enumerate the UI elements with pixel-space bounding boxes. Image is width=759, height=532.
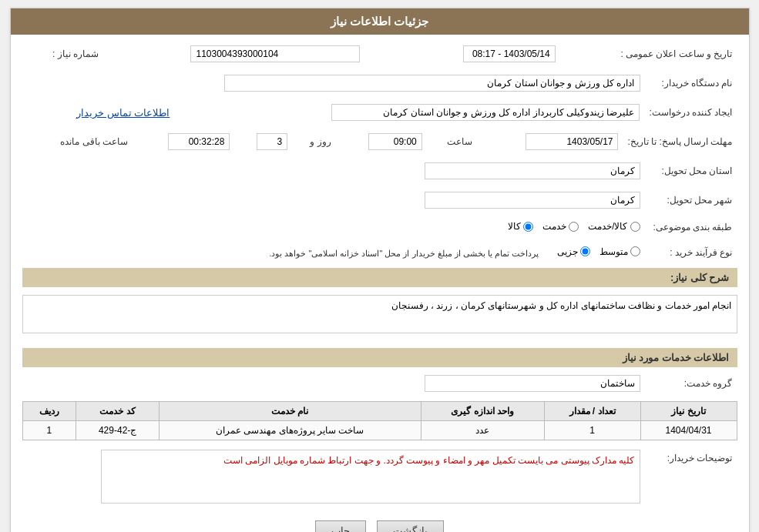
row4-table: مهلت ارسال پاسخ: تا تاریخ: 1403/05/17 سا… [22, 130, 737, 153]
main-container: جزئیات اطلاعات نیاز تاریخ و ساعت اعلان ع… [10, 8, 750, 532]
row2-table: نام دستگاه خریدار: اداره کل ورزش و جوانا… [22, 72, 737, 95]
ostan-label: استان محل تحویل: [645, 159, 737, 182]
group-khadamat-value: ساختمان [425, 375, 640, 392]
page-title: جزئیات اطلاعات نیاز [331, 15, 428, 28]
tawsif-note: کلیه مدارک پیوستی می بایست تکمیل مهر و ا… [101, 450, 640, 504]
cell-radif: 1 [22, 421, 76, 440]
noye-farayand-label: نوع فرآیند خرید : [645, 243, 737, 263]
row3-table: ایجاد کننده درخواست: علیرضا زیندوکیلی کا… [22, 101, 737, 124]
row6-table: شهر محل تحویل: کرمان [22, 189, 737, 212]
radio-kala[interactable]: کالا [508, 221, 533, 232]
services-section-label: اطلاعات خدمات مورد نیاز [22, 348, 737, 367]
page-content: تاریخ و ساعت اعلان عمومی : 1403/05/14 - … [11, 35, 749, 532]
row5-table: استان محل تحویل: کرمان [22, 159, 737, 182]
th-kod: کد خدمت [76, 402, 160, 421]
row7-table: طبقه بندی موضوعی: کالا/خدمت خدمت [22, 218, 737, 237]
cell-tedad: 1 [544, 421, 640, 440]
cell-vahed: عدد [421, 421, 544, 440]
shomara-niaz-label: شماره نیاز : [22, 42, 103, 65]
sharh-textarea[interactable] [22, 295, 737, 333]
mohlat-date: 1403/05/17 [526, 133, 618, 150]
shomara-niaz-value: 1103004393000104 [190, 45, 360, 62]
row8-table: نوع فرآیند خرید : متوسط جزیی پرداخت تمام… [22, 243, 737, 263]
services-table: تاریخ نیاز تعداد / مقدار واحد اندازه گیر… [22, 401, 737, 440]
page-header: جزئیات اطلاعات نیاز [11, 8, 749, 35]
tabaqe-radio-group: کالا/خدمت خدمت کالا [508, 221, 640, 232]
cell-nam: ساخت سایر پروژه‌های مهندسی عمران [159, 421, 421, 440]
shahr-label: شهر محل تحویل: [645, 189, 737, 212]
tarikh-label: تاریخ و ساعت اعلان عمومی : [560, 42, 737, 65]
mohlat-baqi-value: 00:32:28 [168, 133, 230, 150]
nam-dastgah-label: نام دستگاه خریدار: [645, 72, 737, 95]
tabaqe-label: طبقه بندی موضوعی: [645, 218, 737, 237]
radio-khadamat[interactable]: خدمت [542, 221, 579, 232]
mohlat-label: مهلت ارسال پاسخ: تا تاریخ: [623, 130, 737, 153]
radio-jozii[interactable]: جزیی [557, 246, 590, 257]
th-vahed: واحد اندازه گیری [421, 402, 544, 421]
print-button[interactable]: چاپ [315, 520, 366, 532]
group-service-table: گروه خدمت: ساختمان [22, 372, 737, 395]
back-button[interactable]: بازگشت [377, 520, 444, 532]
table-row: 1404/04/31 1 عدد ساخت سایر پروژه‌های مهن… [22, 421, 737, 440]
sharh-section-label: شرح کلی نیاز: [22, 268, 737, 287]
tawsif-label: توضیحات خریدار: [645, 447, 737, 507]
th-radif: ردیف [22, 402, 76, 421]
cell-kod: ج-42-429 [76, 421, 160, 440]
radio-motavasset[interactable]: متوسط [599, 246, 640, 257]
mohlat-saat-label: ساعت [427, 130, 477, 153]
ijad-label: ایجاد کننده درخواست: [644, 101, 737, 124]
group-khadamat-label: گروه خدمت: [645, 372, 737, 395]
mohlat-roz-label: روز و [292, 130, 336, 153]
shahr-value: کرمان [425, 192, 640, 209]
mohlat-saat-value: 09:00 [368, 133, 422, 150]
ijad-value: علیرضا زیندوکیلی کاربرداز اداره کل ورزش … [331, 104, 640, 121]
th-nam: نام خدمت [159, 402, 421, 421]
cell-tarikh: 1404/04/31 [640, 421, 737, 440]
sharh-container [22, 292, 737, 342]
th-tedad: تعداد / مقدار [544, 402, 640, 421]
etelaaat-tamas-link[interactable]: اطلاعات تماس خریدار [76, 107, 170, 119]
tarikh-value: 1403/05/14 - 08:17 [463, 45, 556, 62]
th-tarikh-niaz: تاریخ نیاز [640, 402, 737, 421]
noye-note: پرداخت تمام یا بخشی از مبلغ خریدار از مح… [269, 249, 539, 258]
mohlat-roz-value: 3 [257, 133, 287, 150]
mohlat-baqi-label: ساعت باقی مانده [22, 130, 133, 153]
tawsif-table: توضیحات خریدار: کلیه مدارک پیوستی می بای… [22, 447, 737, 507]
noye-radio-group: متوسط جزیی [557, 246, 640, 257]
buttons-row: بازگشت چاپ [22, 513, 737, 532]
row1-table: تاریخ و ساعت اعلان عمومی : 1403/05/14 - … [22, 42, 737, 65]
nam-dastgah-value: اداره کل ورزش و جوانان استان کرمان [224, 75, 640, 92]
ostan-value: کرمان [425, 162, 640, 179]
radio-kala-khadamat[interactable]: کالا/خدمت [588, 221, 640, 232]
